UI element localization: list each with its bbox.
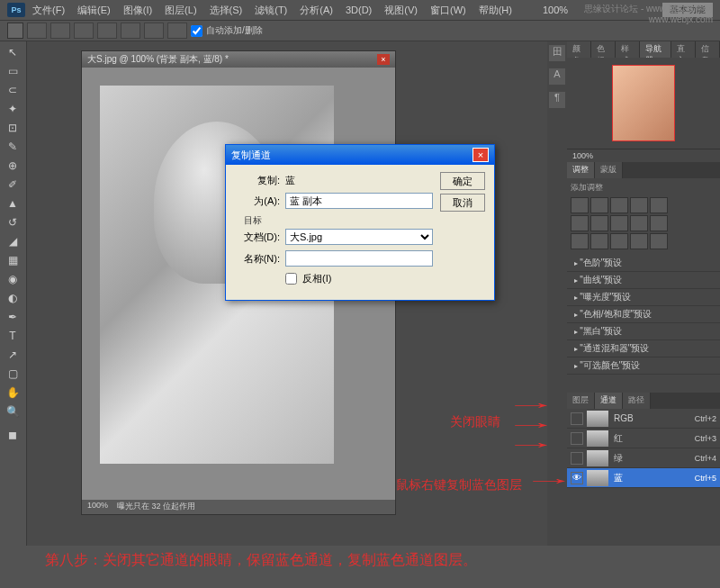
eraser-tool-icon[interactable]: ◢ [2, 232, 23, 250]
dodge-tool-icon[interactable]: ◐ [2, 289, 23, 307]
adj-hue-icon[interactable] [571, 215, 589, 231]
visibility-toggle[interactable] [571, 432, 583, 445]
adj-poster-icon[interactable] [590, 233, 608, 249]
adj-vibrance-icon[interactable] [650, 197, 668, 213]
menu-file[interactable]: 文件(F) [27, 2, 70, 19]
menu-edit[interactable]: 编辑(E) [72, 2, 116, 19]
pen-tool-icon[interactable]: ✒ [2, 308, 23, 326]
menu-select[interactable]: 选择(S) [204, 2, 248, 19]
zoom-level[interactable]: 100% [537, 3, 573, 17]
channel-blue[interactable]: 👁 蓝 Ctrl+5 [567, 468, 720, 488]
menu-view[interactable]: 视图(V) [379, 2, 423, 19]
tab-color[interactable]: 颜色 [567, 41, 591, 58]
preset-curves[interactable]: "曲线"预设 [567, 272, 720, 289]
blur-tool-icon[interactable]: ◉ [2, 270, 23, 288]
shape-tool-icon[interactable]: ▢ [2, 365, 23, 383]
tools-panel: ↖ ▭ ⊂ ✦ ⊡ ✎ ⊕ ✐ ▲ ↺ ◢ ▦ ◉ ◐ ✒ T ↗ ▢ ✋ 🔍 … [0, 41, 27, 546]
menu-analysis[interactable]: 分析(A) [294, 2, 338, 19]
tab-swatches[interactable]: 色板 [591, 41, 616, 58]
preset-hue[interactable]: "色相/饱和度"预设 [567, 306, 720, 323]
path-tool-icon[interactable]: ↗ [2, 346, 23, 364]
document-titlebar[interactable]: 大S.jpg @ 100% (背景 副本, 蓝/8) * × [82, 51, 395, 68]
wand-tool-icon[interactable]: ✦ [2, 100, 23, 118]
navigator-thumbnail[interactable] [567, 58, 720, 149]
color-swatch-icon[interactable]: ◼ [2, 421, 23, 448]
tab-masks[interactable]: 蒙版 [595, 162, 623, 178]
dialog-titlebar[interactable]: 复制通道 × [226, 145, 494, 165]
side-icon-2[interactable]: A [549, 68, 565, 85]
type-tool-icon[interactable]: T [2, 327, 23, 345]
stamp-tool-icon[interactable]: ▲ [2, 194, 23, 213]
adj-select-icon[interactable] [650, 233, 668, 249]
tab-layers[interactable]: 图层 [567, 393, 595, 409]
name-input[interactable] [285, 250, 433, 267]
menu-filter[interactable]: 滤镜(T) [249, 2, 292, 19]
dialog-close-icon[interactable]: × [472, 148, 489, 162]
navigator-zoom[interactable]: 100% [567, 149, 720, 162]
lasso-tool-icon[interactable]: ⊂ [2, 81, 23, 99]
visibility-toggle[interactable] [571, 452, 583, 465]
adj-invert-icon[interactable] [571, 233, 589, 249]
tab-navigator[interactable]: 导航器 [640, 41, 670, 58]
visibility-toggle[interactable] [571, 412, 583, 425]
menu-3d[interactable]: 3D(D) [340, 3, 377, 17]
opt-btn-3[interactable] [74, 23, 94, 39]
preset-selective[interactable]: "可选颜色"预设 [567, 357, 720, 375]
adj-exposure-icon[interactable] [630, 197, 648, 213]
status-zoom[interactable]: 100% [87, 501, 108, 513]
side-icon-1[interactable]: 田 [549, 45, 565, 61]
channel-green[interactable]: 绿 Ctrl+4 [567, 448, 720, 468]
marquee-tool-icon[interactable]: ▭ [2, 62, 23, 80]
as-input[interactable] [285, 193, 433, 209]
adj-grad-icon[interactable] [630, 233, 648, 249]
cancel-button[interactable]: 取消 [440, 194, 485, 212]
adj-thresh-icon[interactable] [610, 233, 628, 249]
opt-btn-6[interactable] [144, 23, 164, 39]
tab-info[interactable]: 信息 [696, 41, 720, 58]
preset-levels[interactable]: "色阶"预设 [567, 255, 720, 272]
history-brush-icon[interactable]: ↺ [2, 213, 23, 231]
opt-btn-4[interactable] [97, 23, 117, 39]
crop-tool-icon[interactable]: ⊡ [2, 119, 23, 137]
adjust-tabs: 调整 蒙版 [567, 162, 720, 178]
tool-preset-icon[interactable] [7, 23, 23, 39]
brush-tool-icon[interactable]: ✐ [2, 176, 23, 194]
ok-button[interactable]: 确定 [440, 172, 485, 190]
menu-image[interactable]: 图像(I) [118, 2, 158, 19]
close-icon[interactable]: × [377, 54, 390, 65]
adj-curves-icon[interactable] [610, 197, 628, 213]
doc-select[interactable]: 大S.jpg [285, 229, 433, 245]
side-icon-3[interactable]: ¶ [549, 92, 565, 108]
adj-levels-icon[interactable] [590, 197, 608, 213]
tab-styles[interactable]: 样式 [616, 41, 640, 58]
adj-brightness-icon[interactable] [571, 197, 589, 213]
menu-window[interactable]: 窗口(W) [425, 2, 472, 19]
invert-checkbox[interactable] [285, 273, 297, 285]
adj-bw-icon[interactable] [610, 215, 628, 231]
opt-btn-5[interactable] [121, 23, 140, 39]
tab-adjustments[interactable]: 调整 [567, 162, 595, 178]
hand-tool-icon[interactable]: ✋ [2, 384, 23, 402]
menu-layer[interactable]: 图层(L) [159, 2, 202, 19]
move-tool-icon[interactable]: ↖ [2, 43, 23, 61]
preset-mixer[interactable]: "通道混和器"预设 [567, 340, 720, 357]
zoom-tool-icon[interactable]: 🔍 [2, 403, 23, 421]
adj-balance-icon[interactable] [590, 215, 608, 231]
tab-paths[interactable]: 路径 [623, 393, 651, 409]
adj-photo-icon[interactable] [630, 215, 648, 231]
auto-add-checkbox[interactable]: 自动添加/删除 [191, 24, 263, 37]
gradient-tool-icon[interactable]: ▦ [2, 251, 23, 269]
eyedropper-tool-icon[interactable]: ✎ [2, 138, 23, 156]
adj-mixer-icon[interactable] [650, 215, 668, 231]
tab-histogram[interactable]: 直方 [671, 41, 696, 58]
menu-help[interactable]: 帮助(H) [473, 2, 518, 19]
opt-btn-7[interactable] [167, 23, 187, 39]
preset-exposure[interactable]: "曝光度"预设 [567, 289, 720, 306]
tab-channels[interactable]: 通道 [595, 393, 623, 409]
preset-bw[interactable]: "黑白"预设 [567, 323, 720, 340]
heal-tool-icon[interactable]: ⊕ [2, 157, 23, 175]
opt-btn-1[interactable] [27, 23, 47, 39]
opt-btn-2[interactable] [50, 23, 70, 39]
channel-rgb[interactable]: RGB Ctrl+2 [567, 409, 720, 429]
channel-red[interactable]: 红 Ctrl+3 [567, 429, 720, 448]
